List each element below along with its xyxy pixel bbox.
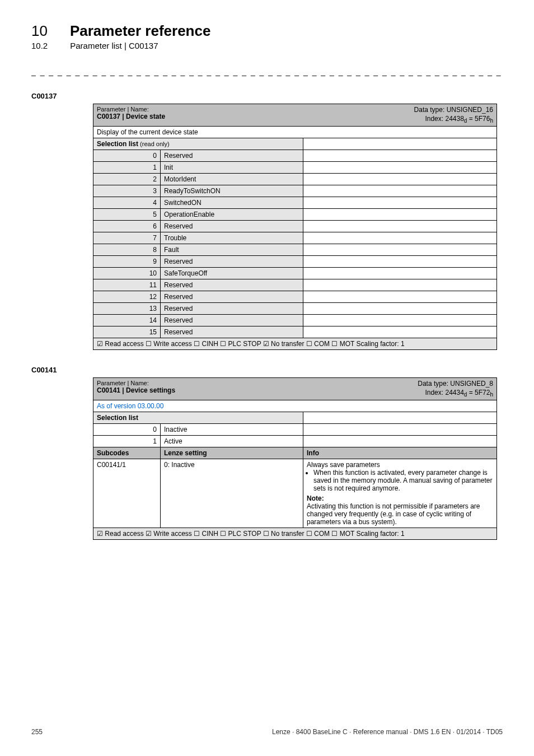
sel-val: Init [161, 161, 303, 173]
param-code-c00137: C00137 [31, 92, 503, 100]
footer-text: Lenze · 8400 BaseLine C · Reference manu… [272, 728, 503, 736]
info-note-label: Note: [307, 494, 493, 502]
sel-val: Reserved [161, 302, 303, 314]
sel-val: Reserved [161, 150, 303, 161]
info-lead: Always save parameters [307, 461, 493, 469]
param-datatype: Data type: UNSIGNED_16 Index: 24438d = 5… [303, 104, 497, 127]
sel-num: 11 [93, 279, 161, 291]
version-link[interactable]: As of version 03.00.00 [93, 400, 497, 412]
param-name-label: Parameter | Name: [97, 380, 300, 386]
sel-val: Reserved [161, 220, 303, 232]
table-c00137: Parameter | Name: C00137 | Device state … [93, 104, 497, 350]
selection-list-header: Selection list [93, 412, 303, 423]
sel-val: Reserved [161, 326, 303, 338]
col-subcodes: Subcodes [93, 447, 161, 459]
page-number: 255 [31, 728, 43, 736]
sel-val: OperationEnable [161, 208, 303, 220]
sel-val: Trouble [161, 232, 303, 244]
sel-num: 1 [93, 161, 161, 173]
info-note-body: Activating this function is not permissi… [307, 502, 493, 526]
divider-dashes: _ _ _ _ _ _ _ _ _ _ _ _ _ _ _ _ _ _ _ _ … [31, 67, 503, 76]
sel-val: Active [161, 435, 303, 447]
sel-num: 10 [93, 267, 161, 279]
sel-val: MotorIdent [161, 173, 303, 185]
param-code-c00141: C00141 [31, 366, 503, 374]
sel-num: 1 [93, 435, 161, 447]
sel-num: 12 [93, 291, 161, 302]
info-cell: Always save parameters When this functio… [303, 459, 497, 528]
chapter-title: Parameter reference [70, 22, 211, 40]
sel-num: 0 [93, 150, 161, 161]
sel-val: SafeTorqueOff [161, 267, 303, 279]
sel-val: Reserved [161, 291, 303, 302]
sel-num: 9 [93, 255, 161, 267]
sel-val: Reserved [161, 279, 303, 291]
blank [303, 138, 497, 150]
sel-num: 2 [93, 173, 161, 185]
sel-val: ReadyToSwitchON [161, 185, 303, 197]
param-display: Display of the current device state [93, 126, 497, 138]
param-datatype: Data type: UNSIGNED_8 Index: 24434d = 5F… [303, 377, 497, 400]
sel-val: Inactive [161, 423, 303, 435]
col-lenze: Lenze setting [161, 447, 303, 459]
section-title: Parameter list | C00137 [70, 41, 158, 50]
param-name-value: C00141 | Device settings [97, 386, 300, 394]
table-c00141: Parameter | Name: C00141 | Device settin… [93, 377, 497, 540]
access-footer: ☑ Read access ☑ Write access ☐ CINH ☐ PL… [93, 528, 497, 539]
sel-num: 3 [93, 185, 161, 197]
section-number: 10.2 [31, 41, 48, 50]
lenze-value: 0: Inactive [161, 459, 303, 528]
info-bullet: When this function is activated, every p… [313, 469, 493, 492]
sel-val: Reserved [161, 314, 303, 326]
sel-val: Reserved [161, 255, 303, 267]
sel-num: 6 [93, 220, 161, 232]
access-footer: ☑ Read access ☐ Write access ☐ CINH ☐ PL… [93, 338, 497, 349]
param-name-value: C00137 | Device state [97, 113, 300, 120]
sel-num: 4 [93, 197, 161, 208]
sel-num: 13 [93, 302, 161, 314]
selection-list-header: Selection list (read only) [93, 138, 303, 150]
sel-num: 8 [93, 244, 161, 255]
col-info: Info [303, 447, 497, 459]
chapter-number: 10 [31, 22, 48, 40]
sel-val: Fault [161, 244, 303, 255]
subcode-value: C00141/1 [93, 459, 161, 528]
param-name-label: Parameter | Name: [97, 106, 300, 113]
sel-num: 5 [93, 208, 161, 220]
sel-num: 14 [93, 314, 161, 326]
sel-num: 0 [93, 423, 161, 435]
sel-num: 7 [93, 232, 161, 244]
sel-val: SwitchedON [161, 197, 303, 208]
sel-num: 15 [93, 326, 161, 338]
